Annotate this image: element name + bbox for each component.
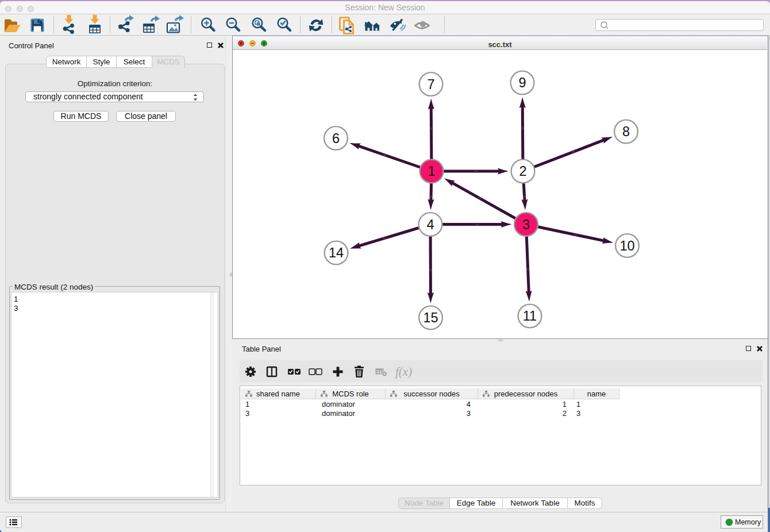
svg-text:9: 9 [518,75,526,90]
svg-text:6: 6 [332,131,340,146]
svg-text:10: 10 [619,238,634,253]
svg-text:3: 3 [522,217,530,232]
svg-text:8: 8 [622,124,630,139]
svg-text:2: 2 [519,164,526,179]
svg-text:4: 4 [426,217,434,232]
svg-text:11: 11 [523,309,537,323]
svg-text:f(x): f(x) [395,365,412,379]
svg-text:1: 1 [428,164,435,179]
svg-text:14: 14 [329,245,344,260]
svg-text:7: 7 [427,77,434,92]
svg-text:15: 15 [423,310,438,325]
